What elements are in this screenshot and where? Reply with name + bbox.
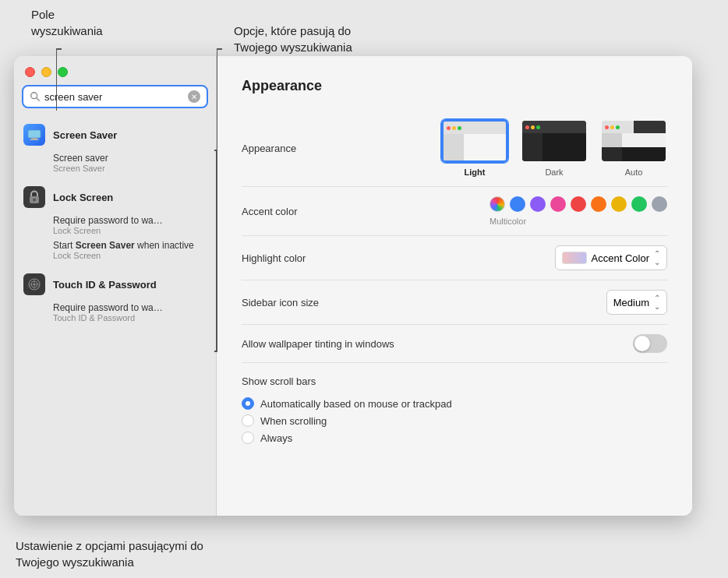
section-title: Appearance bbox=[242, 78, 667, 94]
list-item[interactable]: Require password to wa… Touch ID & Passw… bbox=[53, 300, 207, 325]
search-input[interactable] bbox=[44, 91, 188, 103]
chevron-up-down-icon: ⌃⌄ bbox=[654, 294, 660, 311]
thumb-sidebar bbox=[444, 134, 464, 160]
section-items-touchid: Require password to wa… Touch ID & Passw… bbox=[14, 300, 216, 325]
dark-thumbnail bbox=[521, 119, 588, 163]
section-items-screen-saver: Screen saver Screen Saver bbox=[14, 150, 216, 175]
item-title: Require password to wa… bbox=[53, 302, 207, 313]
settings-window: ✕ Screen Saver S bbox=[14, 56, 692, 516]
accent-color-swatches bbox=[489, 196, 667, 212]
wallpaper-tinting-row: Allow wallpaper tinting in windows bbox=[242, 325, 667, 363]
section-header-touchid[interactable]: Touch ID & Password bbox=[14, 269, 216, 300]
list-item[interactable]: Screen saver Screen Saver bbox=[53, 150, 207, 175]
appearance-option-auto[interactable]: Auto bbox=[600, 119, 667, 177]
scroll-auto-label: Automatically based on mouse or trackpad bbox=[260, 398, 452, 410]
scroll-bars-section: Show scroll bars Automatically based on … bbox=[242, 363, 667, 453]
light-label: Light bbox=[465, 167, 486, 177]
appearance-control: Light bbox=[398, 119, 667, 177]
result-section-touchid: Touch ID & Password Require password to … bbox=[14, 269, 216, 325]
thumb-auto-content bbox=[622, 133, 666, 161]
scroll-always-option[interactable]: Always bbox=[242, 429, 667, 446]
thumb-bar bbox=[444, 122, 506, 134]
scroll-auto-option[interactable]: Automatically based on mouse or trackpad bbox=[242, 395, 667, 412]
accent-multicolor[interactable] bbox=[489, 196, 505, 212]
scroll-scrolling-radio[interactable] bbox=[242, 414, 254, 427]
accent-colors: Multicolor bbox=[489, 196, 667, 226]
list-item[interactable]: Start Screen Saver when inactive Lock Sc… bbox=[53, 238, 207, 263]
appearance-options: Light bbox=[441, 119, 667, 177]
screen-saver-icon bbox=[23, 124, 45, 146]
appearance-option-dark[interactable]: Dark bbox=[521, 119, 588, 177]
list-item[interactable]: Require password to wa… Lock Screen bbox=[53, 213, 207, 238]
scroll-auto-radio[interactable] bbox=[242, 397, 254, 410]
accent-blue[interactable] bbox=[510, 196, 525, 212]
sidebar-icon-size-dropdown[interactable]: Medium ⌃⌄ bbox=[606, 290, 667, 315]
scroll-scrolling-option[interactable]: When scrolling bbox=[242, 412, 667, 429]
annotation-bottom: Ustawienie z opcjami pasującymi doTwojeg… bbox=[16, 521, 203, 570]
sidebar-icon-size-value: Medium bbox=[613, 297, 649, 308]
auto-thumbnail bbox=[600, 119, 667, 163]
multicolor-label: Multicolor bbox=[489, 217, 526, 226]
result-section-screen-saver: Screen Saver Screen saver Screen Saver bbox=[14, 119, 216, 175]
accent-red[interactable] bbox=[571, 196, 586, 212]
sidebar-results: Screen Saver Screen saver Screen Saver bbox=[14, 116, 216, 516]
thumb-dot-yellow bbox=[452, 126, 456, 130]
section-header-lock-screen[interactable]: Lock Screen bbox=[14, 182, 216, 213]
wallpaper-tinting-label: Allow wallpaper tinting in windows bbox=[242, 338, 398, 350]
scroll-scrolling-label: When scrolling bbox=[260, 415, 327, 427]
dark-label: Dark bbox=[545, 167, 563, 177]
highlight-color-row: Highlight color Accent Color ⌃⌄ bbox=[242, 236, 667, 280]
section-header-screen-saver[interactable]: Screen Saver bbox=[14, 119, 216, 150]
svg-line-1 bbox=[37, 98, 40, 101]
sidebar: ✕ Screen Saver S bbox=[14, 56, 217, 516]
scroll-always-radio[interactable] bbox=[242, 432, 254, 444]
thumb-content bbox=[464, 134, 506, 160]
auto-label: Auto bbox=[625, 167, 643, 177]
scroll-bars-title: Show scroll bars bbox=[242, 375, 667, 387]
accent-purple[interactable] bbox=[530, 196, 546, 212]
sidebar-icon-size-control: Medium ⌃⌄ bbox=[398, 290, 667, 315]
minimize-button[interactable] bbox=[41, 67, 51, 77]
thumb-dot-yellow bbox=[610, 125, 614, 129]
search-box: ✕ bbox=[22, 85, 208, 108]
item-title: Screen saver bbox=[53, 153, 207, 164]
appearance-row: Appearance bbox=[242, 110, 667, 187]
thumb-dot-red bbox=[525, 125, 529, 129]
item-subtitle: Lock Screen bbox=[53, 226, 207, 235]
accent-color-label: Accent color bbox=[242, 206, 398, 217]
appearance-option-light[interactable]: Light bbox=[441, 119, 508, 177]
accent-pink[interactable] bbox=[550, 196, 566, 212]
svg-point-6 bbox=[33, 199, 36, 202]
svg-rect-3 bbox=[31, 138, 37, 139]
appearance-label: Appearance bbox=[242, 143, 398, 154]
section-title-touchid: Touch ID & Password bbox=[53, 279, 157, 291]
wallpaper-tinting-control bbox=[398, 334, 667, 353]
accent-green[interactable] bbox=[631, 196, 647, 212]
maximize-button[interactable] bbox=[58, 67, 68, 77]
svg-rect-4 bbox=[30, 139, 39, 140]
accent-yellow[interactable] bbox=[611, 196, 627, 212]
thumb-dot-green bbox=[536, 125, 540, 129]
thumb-dark-sidebar bbox=[522, 133, 542, 161]
thumb-dot-green bbox=[458, 126, 461, 130]
accent-graphite[interactable] bbox=[652, 196, 667, 212]
item-title: Require password to wa… bbox=[53, 215, 207, 226]
search-icon bbox=[30, 91, 41, 102]
close-button[interactable] bbox=[25, 67, 35, 77]
item-subtitle: Screen Saver bbox=[53, 164, 207, 173]
accent-orange[interactable] bbox=[591, 196, 606, 212]
section-title-screen-saver: Screen Saver bbox=[53, 129, 117, 141]
wallpaper-tinting-toggle[interactable] bbox=[633, 334, 667, 353]
light-preview bbox=[444, 122, 506, 160]
highlight-color-dropdown[interactable]: Accent Color ⌃⌄ bbox=[555, 245, 667, 270]
annotation-line-results bbox=[217, 48, 218, 282]
thumb-auto-sidebar bbox=[602, 133, 622, 161]
thumb-dot-red bbox=[605, 125, 609, 129]
thumb-dark-bar bbox=[522, 121, 586, 133]
annotation-top-left: Polewyszukiwania bbox=[31, 6, 103, 39]
lock-screen-icon bbox=[23, 186, 45, 208]
section-items-lock-screen: Require password to wa… Lock Screen Star… bbox=[14, 213, 216, 263]
search-clear-button[interactable]: ✕ bbox=[188, 90, 200, 103]
chevron-up-down-icon: ⌃⌄ bbox=[654, 249, 660, 266]
auto-preview bbox=[602, 121, 666, 161]
